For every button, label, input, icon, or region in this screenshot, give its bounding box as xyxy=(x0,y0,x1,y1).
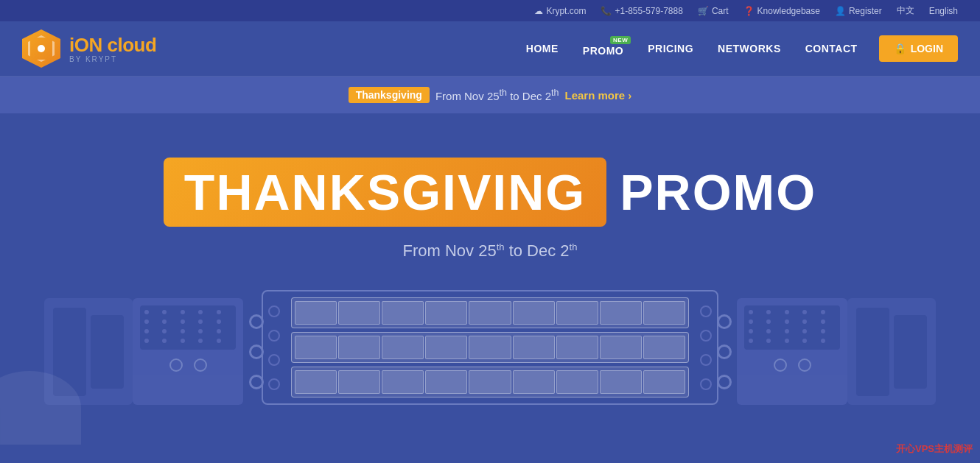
far-panel-right-2 xyxy=(894,315,927,389)
far-panel-right xyxy=(856,308,889,396)
cloud-icon: ☁ xyxy=(534,6,543,16)
left-bottom-buttons xyxy=(169,358,207,372)
promo-banner: Thanksgiving From Nov 25th to Dec 2th Le… xyxy=(0,77,980,113)
nav-home[interactable]: HOME xyxy=(516,37,569,60)
far-right-unit xyxy=(847,298,936,405)
hero-highlight: THANKSGIVING xyxy=(164,158,606,227)
cart-link[interactable]: 🛒 Cart xyxy=(698,6,729,16)
login-button[interactable]: 🔒 LOGIN xyxy=(879,35,958,62)
learn-more-link[interactable]: Learn more › xyxy=(564,89,631,102)
server-unit-2 xyxy=(291,332,689,363)
logo-ion: iON xyxy=(69,34,102,56)
promo-banner-tag: Thanksgiving xyxy=(349,87,430,103)
hero-promo: PROMO xyxy=(620,163,816,221)
logo-area: iON cloud BY KRYPT xyxy=(22,29,156,68)
right-bottom-buttons xyxy=(774,358,811,372)
left-side-unit xyxy=(133,298,243,405)
right-dot-grid xyxy=(744,305,840,350)
knowledgebase-link[interactable]: ❓ Knowledgebase xyxy=(743,6,820,16)
logo-ring xyxy=(28,35,55,62)
server-chassis xyxy=(262,290,718,405)
krypt-link[interactable]: ☁ Krypt.com xyxy=(534,6,586,16)
logo-cloud: cloud xyxy=(102,34,157,56)
left-circle-1 xyxy=(169,358,183,372)
watermark: 开心VPS主机测评 xyxy=(896,442,973,445)
phone-icon: 📞 xyxy=(601,6,612,16)
register-link[interactable]: 👤 Register xyxy=(835,6,882,16)
rack-ear-left xyxy=(263,291,285,403)
lang-en-link[interactable]: English xyxy=(929,6,958,16)
nav-links: HOME PROMO NEW PRICING NETWORKS CONTACT … xyxy=(516,35,958,63)
rack-ear-right xyxy=(695,291,717,403)
hero-section: THANKSGIVING PROMO From Nov 25th to Dec … xyxy=(0,113,980,445)
server-unit-3 xyxy=(291,367,689,397)
left-circle-2 xyxy=(194,358,207,372)
nav-promo[interactable]: PROMO NEW xyxy=(573,35,634,63)
far-panel-left-2 xyxy=(91,315,124,389)
server-slots-3 xyxy=(292,367,688,397)
server-slots-1 xyxy=(292,298,688,328)
right-circle-1 xyxy=(774,358,787,372)
main-server xyxy=(262,290,718,405)
promo-banner-text: From Nov 25th to Dec 2th xyxy=(435,88,559,102)
cart-icon: 🛒 xyxy=(698,6,709,16)
main-nav: iON cloud BY KRYPT HOME PROMO NEW PRICIN… xyxy=(0,21,980,77)
server-unit-1 xyxy=(291,297,689,328)
nav-pricing[interactable]: PRICING xyxy=(637,37,704,60)
question-icon: ❓ xyxy=(743,6,755,16)
hero-subtitle: From Nov 25th to Dec 2th xyxy=(15,241,965,261)
server-slots-2 xyxy=(292,333,688,362)
logo-text: iON cloud BY KRYPT xyxy=(69,34,156,63)
phone-link[interactable]: 📞 +1-855-579-7888 xyxy=(601,6,682,16)
user-icon: 👤 xyxy=(835,6,846,16)
server-body xyxy=(285,291,695,403)
promo-badge: NEW xyxy=(610,36,631,44)
logo-name: iON cloud xyxy=(69,34,156,57)
lock-icon: 🔒 xyxy=(894,43,906,54)
nav-contact[interactable]: CONTACT xyxy=(795,37,868,60)
right-side-unit xyxy=(737,298,847,405)
server-scene xyxy=(15,290,965,405)
logo-sub: BY KRYPT xyxy=(69,55,156,63)
logo-hexagon xyxy=(22,29,60,68)
nav-networks[interactable]: NETWORKS xyxy=(707,37,791,60)
logo-dot xyxy=(38,45,45,52)
hero-title: THANKSGIVING PROMO xyxy=(15,158,965,227)
utility-bar: ☁ Krypt.com 📞 +1-855-579-7888 🛒 Cart ❓ K… xyxy=(0,0,980,21)
left-dot-grid xyxy=(140,305,236,350)
lang-zh-link[interactable]: 中文 xyxy=(897,4,914,17)
right-circle-2 xyxy=(798,358,811,372)
